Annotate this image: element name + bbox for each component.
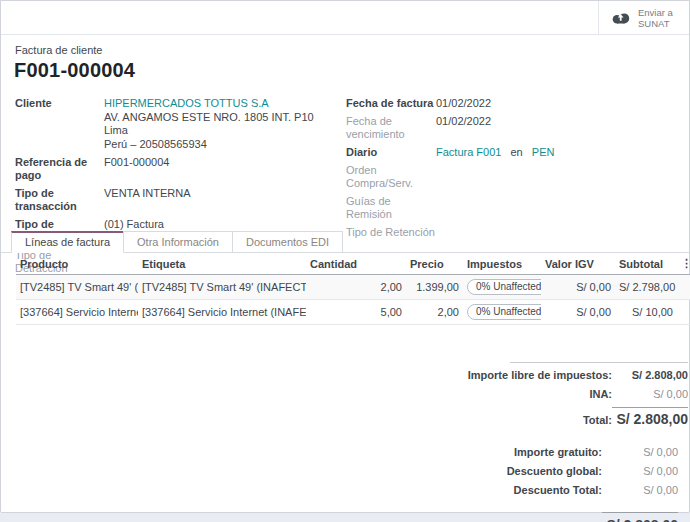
cloud-upload-icon (612, 11, 630, 24)
total-gratuito-row: Importe gratuito: S/ 0,00 (298, 446, 678, 458)
cell-etiqueta: [337664] Servicio Internet (INAFECTO) (138, 300, 306, 325)
tab-documentos-edi[interactable]: Documentos EDI (232, 231, 343, 252)
tax-tag[interactable]: 0% Unaffected (467, 304, 541, 320)
total-ina-value: S/ 0,00 (612, 388, 688, 400)
customer-address-line2: Lima (104, 124, 314, 138)
total-label: Total: (583, 414, 612, 426)
field-orden-compra: Orden Compra/Serv. (346, 164, 689, 190)
field-tipo-retencion: Tipo de Retención (346, 226, 689, 239)
send-to-sunat-button[interactable]: Enviar a SUNAT (598, 1, 689, 34)
cell-impuestos: 0% Unaffected (463, 275, 541, 300)
header-impuestos[interactable]: Impuestos (463, 253, 541, 275)
invoice-form-card: Enviar a SUNAT Factura de cliente F001-0… (0, 0, 690, 513)
total-untaxed-value: S/ 2.808,00 (612, 369, 688, 381)
cell-impuestos: 0% Unaffected (463, 300, 541, 325)
descuento-total-label: Descuento Total: (514, 484, 602, 496)
totals-section: Importe libre de impuestos: S/ 2.808,00 … (1, 362, 689, 522)
currency-link[interactable]: PEN (532, 146, 555, 158)
invoice-line-row[interactable]: [337664] Servicio Internet (INAFECTO) [3… (16, 300, 690, 325)
total-ina-label: INA: (589, 388, 612, 400)
total-untaxed-row: Importe libre de impuestos: S/ 2.808,00 (308, 369, 688, 381)
fields-left-column: Cliente HIPERMERCADOS TOTTUS S.A AV. ANG… (15, 97, 346, 219)
column-options-icon[interactable]: ⋮ (677, 253, 690, 275)
invoice-line-row[interactable]: [TV2485] TV Smart 49' (INAFECTO) [TV2485… (16, 275, 690, 300)
document-type-label: Factura de cliente (15, 44, 689, 56)
field-grid: Cliente HIPERMERCADOS TOTTUS S.A AV. ANG… (1, 97, 689, 219)
total-row: Total: S/ 2.808,00 (308, 407, 688, 427)
total-ina-row: INA: S/ 0,00 (308, 388, 688, 400)
cell-etiqueta: [TV2485] TV Smart 49' (INAFECTO) (138, 275, 306, 300)
fecha-factura-label: Fecha de factura (346, 97, 436, 110)
total-untaxed-label: Importe libre de impuestos: (468, 369, 612, 381)
invoice-sheet: Factura de cliente F001-000004 Cliente H… (1, 44, 689, 522)
field-referencia-pago: Referencia de pago F001-000004 (15, 156, 346, 182)
tab-otra-informacion[interactable]: Otra Información (123, 231, 233, 252)
fecha-factura-value[interactable]: 01/02/2022 (436, 97, 491, 110)
fecha-vencimiento-label: Fecha de vencimiento (346, 115, 436, 141)
field-guias-remision: Guías de Remisión (346, 195, 689, 221)
customer-address-line3: Perú – 20508565934 (104, 138, 314, 152)
tax-tag[interactable]: 0% Unaffected (467, 279, 541, 295)
header-subtotal[interactable]: Subtotal (615, 253, 677, 275)
cell-valor-igv: S/ 0,00 (541, 300, 615, 325)
diario-value: Factura F001 en PEN (436, 146, 554, 159)
referencia-pago-value[interactable]: F001-000004 (104, 156, 169, 182)
descuento-global-value: S/ 0,00 (602, 465, 678, 477)
fields-right-column: Fecha de factura 01/02/2022 Fecha de ven… (346, 97, 689, 219)
descuento-global-row: Descuento global: S/ 0,00 (298, 465, 678, 477)
field-fecha-vencimiento: Fecha de vencimiento 01/02/2022 (346, 115, 689, 141)
total-value: S/ 2.808,00 (612, 407, 688, 427)
guias-remision-label: Guías de Remisión (346, 195, 436, 221)
importe-adeudado-row: Importe adeudado: S/ 2.808,00 (298, 512, 678, 522)
tipo-transaccion-label: Tipo de transacción (15, 187, 104, 213)
tipo-retencion-label: Tipo de Retención (346, 226, 436, 239)
cell-producto: [TV2485] TV Smart 49' (INAFECTO) (16, 275, 138, 300)
field-fecha-factura: Fecha de factura 01/02/2022 (346, 97, 689, 110)
cliente-value: HIPERMERCADOS TOTTUS S.A AV. ANGAMOS EST… (104, 97, 314, 151)
send-to-sunat-label: Enviar a SUNAT (638, 7, 673, 29)
tipo-transaccion-value[interactable]: VENTA INTERNA (104, 187, 191, 213)
fecha-vencimiento-value[interactable]: 01/02/2022 (436, 115, 491, 141)
cell-precio: 1.399,00 (406, 275, 463, 300)
importe-adeudado-value: S/ 2.808,00 (602, 512, 678, 522)
field-diario: Diario Factura F001 en PEN (346, 146, 689, 159)
field-cliente: Cliente HIPERMERCADOS TOTTUS S.A AV. ANG… (15, 97, 346, 151)
diario-label: Diario (346, 146, 436, 159)
descuento-total-row: Descuento Total: S/ 0,00 (298, 484, 678, 496)
journal-link[interactable]: Factura F001 (436, 146, 501, 158)
descuento-total-value: S/ 0,00 (602, 484, 678, 496)
cell-subtotal: S/ 10,00 (615, 300, 677, 325)
header-valor-igv[interactable]: Valor IGV (541, 253, 615, 275)
customer-address-line1: AV. ANGAMOS ESTE NRO. 1805 INT. P10 (104, 111, 314, 125)
cell-cantidad: 5,00 (306, 300, 406, 325)
customer-link[interactable]: HIPERMERCADOS TOTTUS S.A (104, 97, 314, 111)
referencia-pago-label: Referencia de pago (15, 156, 104, 182)
cell-producto: [337664] Servicio Internet (INAFECTO) (16, 300, 138, 325)
cell-cantidad: 2,00 (306, 275, 406, 300)
totals-main-group: Importe libre de impuestos: S/ 2.808,00 … (308, 363, 688, 427)
cliente-label: Cliente (15, 97, 104, 151)
tab-lineas-de-factura[interactable]: Líneas de factura (11, 231, 124, 253)
cell-subtotal: S/ 2.798,00 (615, 275, 677, 300)
diario-conjunction: en (510, 146, 522, 158)
cell-valor-igv: S/ 0,00 (541, 275, 615, 300)
invoice-number-title: F001-000004 (14, 59, 689, 82)
total-gratuito-label: Importe gratuito: (514, 446, 602, 458)
field-tipo-transaccion: Tipo de transacción VENTA INTERNA (15, 187, 346, 213)
cell-precio: 2,00 (406, 300, 463, 325)
totals-secondary-group: Importe gratuito: S/ 0,00 Descuento glob… (298, 446, 678, 522)
total-gratuito-value: S/ 0,00 (602, 446, 678, 458)
statusbar: Enviar a SUNAT (1, 1, 689, 35)
header-precio[interactable]: Precio (406, 253, 463, 275)
descuento-global-label: Descuento global: (507, 465, 602, 477)
orden-compra-label: Orden Compra/Serv. (346, 164, 436, 190)
